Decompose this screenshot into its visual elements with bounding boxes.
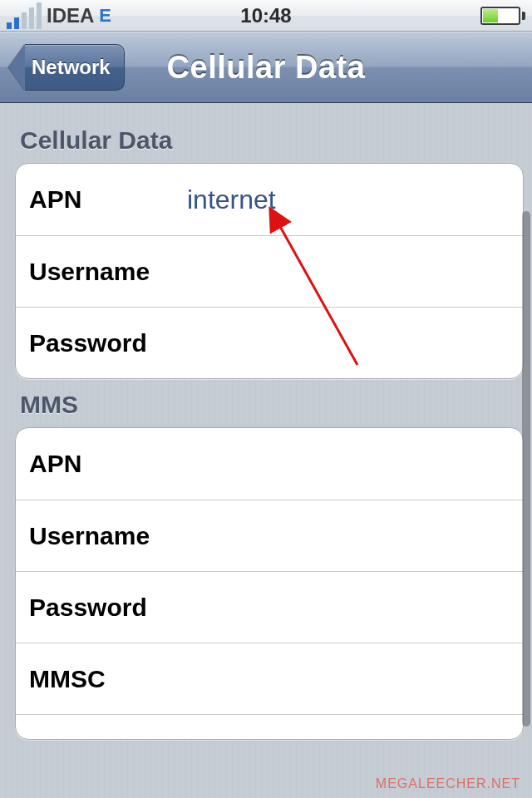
row-label: APN <box>29 450 187 478</box>
mms-username-input[interactable] <box>187 520 520 551</box>
row-label: Username <box>29 258 187 286</box>
username-input[interactable] <box>187 256 520 287</box>
row-label: APN <box>29 185 187 214</box>
row-mms-password[interactable]: Password <box>16 571 523 643</box>
settings-scroll-view[interactable]: Cellular Data APN Username Password MMS … <box>0 103 532 798</box>
scrollbar-icon[interactable] <box>522 211 530 727</box>
row-label <box>29 719 187 736</box>
section-header-mms: MMS <box>20 391 519 419</box>
row-mms-cutoff[interactable] <box>16 714 523 739</box>
row-label: Password <box>29 329 187 357</box>
network-type-badge: E <box>99 5 111 27</box>
row-label: MMSC <box>29 665 187 693</box>
clock-label: 10:48 <box>240 4 291 27</box>
row-label: Password <box>29 594 187 622</box>
row-label: Username <box>29 522 187 550</box>
battery-icon <box>480 7 525 25</box>
back-button-label: Network <box>32 56 111 79</box>
section-header-cellular: Cellular Data <box>20 126 519 155</box>
signal-strength-icon <box>7 2 42 29</box>
row-mms-mmsc[interactable]: MMSC <box>16 643 523 714</box>
apn-input[interactable] <box>187 185 520 215</box>
row-cellular-username[interactable]: Username <box>16 235 523 307</box>
group-cellular: APN Username Password <box>15 163 524 379</box>
mms-password-input[interactable] <box>187 592 520 623</box>
status-bar: IDEA E 10:48 <box>0 0 532 32</box>
row-cellular-apn[interactable]: APN <box>16 164 523 235</box>
row-cellular-password[interactable]: Password <box>16 307 523 378</box>
carrier-label: IDEA <box>47 4 94 27</box>
mms-apn-input[interactable] <box>187 449 520 480</box>
chevron-left-icon <box>8 44 25 91</box>
mmsc-input[interactable] <box>187 663 520 694</box>
back-button[interactable]: Network <box>8 44 125 91</box>
row-mms-apn[interactable]: APN <box>16 428 523 500</box>
password-input[interactable] <box>187 328 520 358</box>
group-mms: APN Username Password MMSC <box>15 427 524 740</box>
watermark-label: MEGALEECHER.NET <box>376 776 520 791</box>
page-title: Cellular Data <box>167 50 366 86</box>
navigation-bar: Network Cellular Data <box>0 32 532 103</box>
status-left: IDEA E <box>7 2 111 29</box>
row-mms-username[interactable]: Username <box>16 500 523 571</box>
